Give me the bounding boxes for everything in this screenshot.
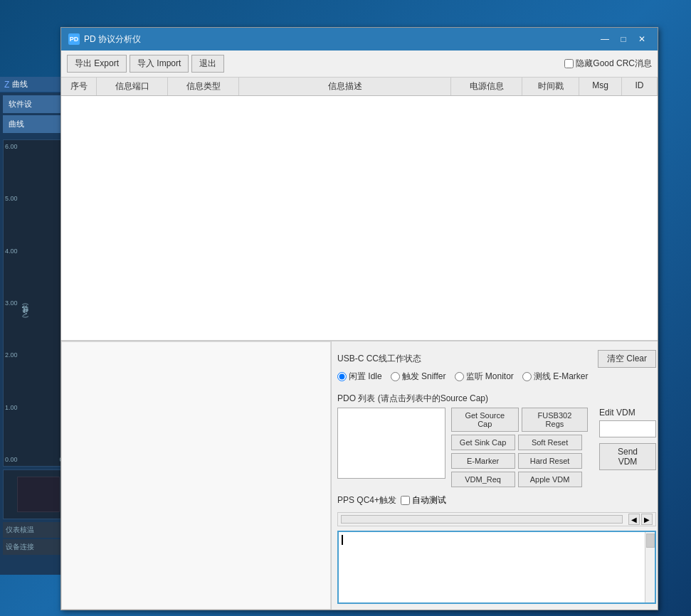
- scroll-left-arrow[interactable]: ◀: [628, 514, 640, 525]
- scroll-track[interactable]: [341, 515, 623, 524]
- title-controls[interactable]: — □ ✕: [596, 32, 650, 46]
- clear-button[interactable]: 清空 Clear: [598, 350, 656, 368]
- bottom-section: USB-C CC线工作状态 清空 Clear 闲置 Idle 触发 Sniffe…: [61, 341, 658, 610]
- chart-tab-icon: Z: [4, 80, 9, 90]
- col-power: 电源信息: [451, 78, 522, 95]
- radio-idle-label: 闲置 Idle: [349, 371, 382, 383]
- pdo-btn-row-2: Get Sink Cap Soft Reset: [451, 435, 588, 450]
- export-button[interactable]: 导出 Export: [67, 55, 127, 73]
- y-axis-1: 1.00: [5, 404, 18, 411]
- table-body: [61, 96, 658, 331]
- pdo-list[interactable]: [337, 408, 445, 479]
- pdo-vdm-row: Get Source Cap FUSB302 Regs Get Sink Cap…: [337, 408, 656, 487]
- y-axis-3: 3.00: [5, 299, 18, 307]
- soft-reset-button[interactable]: Soft Reset: [518, 435, 582, 450]
- y-axis-6: 6.00: [5, 143, 18, 150]
- hide-good-crc-checkbox[interactable]: [564, 59, 574, 68]
- scroll-area[interactable]: ◀ ▶: [337, 512, 656, 526]
- radio-sniffer-label: 触发 Sniffer: [402, 371, 446, 383]
- status-row: USB-C CC线工作状态 清空 Clear: [337, 350, 656, 368]
- chart-tab-label: 曲线: [12, 79, 28, 90]
- title-bar-left: PD PD 协议分析仪: [68, 33, 141, 46]
- pdo-btn-row-4: VDM_Req Apple VDM: [451, 472, 588, 487]
- import-button[interactable]: 导入 Import: [130, 55, 189, 73]
- main-window: PD PD 协议分析仪 — □ ✕ 导出 Export 导入 Import 退出…: [60, 27, 658, 610]
- auto-test-label[interactable]: 自动测试: [401, 494, 446, 506]
- col-msg: Msg: [579, 78, 622, 95]
- scrollbar-thumb[interactable]: [646, 533, 655, 548]
- usb-status-title: USB-C CC线工作状态: [337, 354, 421, 363]
- vdm-input[interactable]: [599, 420, 656, 437]
- text-output-scrollbar[interactable]: [645, 532, 655, 602]
- hard-reset-button[interactable]: Hard Reset: [518, 453, 582, 469]
- usb-status-section: USB-C CC线工作状态 清空 Clear 闲置 Idle 触发 Sniffe…: [337, 347, 656, 386]
- send-vdm-button[interactable]: Send VDM: [599, 443, 656, 470]
- y-axis-unit-label: 代线(Volt): [21, 303, 30, 318]
- y-axis-4: 4.00: [5, 248, 18, 255]
- fusb302-regs-button[interactable]: FUSB302 Regs: [522, 408, 588, 432]
- radio-sniffer-input[interactable]: [391, 372, 400, 381]
- radio-emarker[interactable]: 测线 E-Marker: [522, 371, 589, 383]
- usb-status-label: USB-C CC线工作状态: [337, 353, 421, 365]
- auto-test-checkbox[interactable]: [401, 496, 410, 505]
- radio-monitor[interactable]: 监听 Monitor: [455, 371, 514, 383]
- vdm-req-button[interactable]: VDM_Req: [451, 472, 515, 487]
- exit-button[interactable]: 退出: [191, 55, 224, 73]
- pdo-btn-row-3: E-Marker Hard Reset: [451, 453, 588, 469]
- vdm-section: Edit VDM Send VDM: [599, 408, 656, 470]
- e-marker-button[interactable]: E-Marker: [451, 453, 515, 469]
- scroll-arrows: ◀ ▶: [626, 514, 655, 525]
- get-sink-cap-button[interactable]: Get Sink Cap: [451, 435, 515, 450]
- col-type: 信息类型: [168, 78, 239, 95]
- toolbar-right: 隐藏Good CRC消息: [564, 58, 652, 70]
- apple-vdm-button[interactable]: Apple VDM: [518, 472, 582, 487]
- hide-good-crc-label[interactable]: 隐藏Good CRC消息: [564, 58, 652, 70]
- minimize-button[interactable]: —: [596, 32, 613, 46]
- close-button[interactable]: ✕: [633, 32, 650, 46]
- pdo-buttons: Get Source Cap FUSB302 Regs Get Sink Cap…: [451, 408, 588, 487]
- y-axis-5: 5.00: [5, 195, 18, 202]
- col-id: ID: [622, 78, 658, 95]
- radio-emarker-input[interactable]: [522, 372, 532, 381]
- bottom-right-controls: USB-C CC线工作状态 清空 Clear 闲置 Idle 触发 Sniffe…: [332, 341, 662, 610]
- radio-emarker-label: 测线 E-Marker: [534, 371, 589, 383]
- radio-group: 闲置 Idle 触发 Sniffer 监听 Monitor 测线 E-Marke…: [337, 371, 656, 383]
- pdo-section: PDO 列表 (请点击列表中的Source Cap) Get Source Ca…: [337, 393, 656, 487]
- data-table-area: 序号 信息端口 信息类型 信息描述 电源信息 时间戳 Msg ID: [61, 78, 658, 341]
- auto-test-text: 自动测试: [412, 494, 446, 506]
- thumbnail-image: [17, 477, 60, 512]
- y-axis-2: 2.00: [5, 351, 18, 359]
- pps-section: PPS QC4+触发 自动测试: [337, 494, 656, 506]
- scroll-right-arrow[interactable]: ▶: [641, 514, 653, 525]
- text-output-area[interactable]: [337, 531, 656, 604]
- col-description: 信息描述: [239, 78, 451, 95]
- maximize-button[interactable]: □: [615, 32, 632, 46]
- col-sequence: 序号: [61, 78, 97, 95]
- radio-idle[interactable]: 闲置 Idle: [337, 371, 382, 383]
- col-timestamp: 时间戳: [522, 78, 579, 95]
- toolbar-left: 导出 Export 导入 Import 退出: [67, 55, 224, 73]
- pps-label: PPS QC4+触发: [337, 494, 396, 506]
- toolbar: 导出 Export 导入 Import 退出 隐藏Good CRC消息: [61, 51, 658, 78]
- hide-good-crc-text: 隐藏Good CRC消息: [576, 58, 652, 70]
- vdm-label: Edit VDM: [599, 408, 656, 418]
- app-icon: PD: [68, 33, 80, 45]
- radio-sniffer[interactable]: 触发 Sniffer: [391, 371, 446, 383]
- text-cursor: [342, 535, 343, 545]
- y-axis-0: 0.00: [5, 456, 18, 463]
- radio-idle-input[interactable]: [337, 372, 347, 381]
- col-port: 信息端口: [97, 78, 168, 95]
- pdo-btn-row-1: Get Source Cap FUSB302 Regs: [451, 408, 588, 432]
- radio-monitor-input[interactable]: [455, 372, 464, 381]
- get-source-cap-button[interactable]: Get Source Cap: [451, 408, 519, 432]
- bottom-left-preview: [61, 341, 332, 610]
- table-header: 序号 信息端口 信息类型 信息描述 电源信息 时间戳 Msg ID: [61, 78, 658, 96]
- window-title: PD 协议分析仪: [84, 33, 141, 46]
- radio-monitor-label: 监听 Monitor: [466, 371, 514, 383]
- title-bar: PD PD 协议分析仪 — □ ✕: [61, 28, 658, 51]
- pdo-label: PDO 列表 (请点击列表中的Source Cap): [337, 393, 656, 405]
